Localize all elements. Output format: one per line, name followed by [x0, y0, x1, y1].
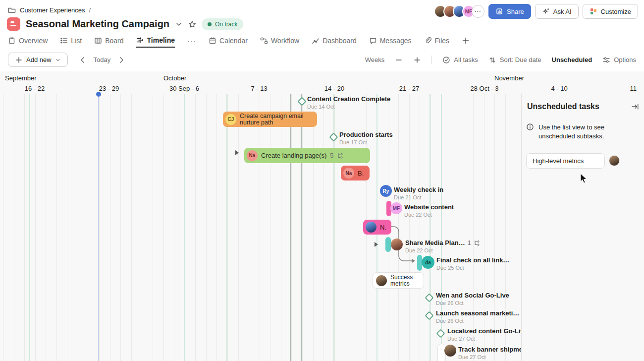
milestone-line	[301, 94, 302, 361]
panel-title: Unscheduled tasks	[527, 102, 599, 111]
chevron-right-icon[interactable]	[117, 56, 125, 64]
sparkle-icon	[542, 7, 550, 15]
board-icon	[94, 37, 102, 45]
unscheduled-task-card[interactable]: High-level metrics	[526, 153, 605, 169]
task-final-check[interactable]: Final check on all link… Due 25 Oct	[436, 256, 509, 271]
milestone-launch-seasonal[interactable]: Launch seasonal marketi… Due 26 Oct	[436, 309, 519, 324]
milestone-wen-social[interactable]: Wen and Social Go-Live Due 26 Oct	[436, 292, 509, 306]
star-icon[interactable]	[188, 20, 196, 28]
avatar[interactable]: da	[422, 256, 434, 269]
timeline-toolbar: Add new Today Weeks All tasks Sort: Due …	[0, 48, 644, 71]
milestone-line	[184, 94, 185, 361]
task-weekly-check-in[interactable]: Weekly check in Due 21 Oct	[394, 186, 443, 200]
chevron-left-icon[interactable]	[79, 56, 87, 64]
avatar: Na	[343, 168, 354, 179]
task-bar-n[interactable]: N.	[363, 220, 391, 235]
week-label: 30 Sep - 6	[169, 85, 199, 92]
avatar[interactable]: Ry	[380, 185, 392, 197]
month-label: November	[494, 74, 524, 82]
project-icon	[7, 17, 20, 31]
subtask-icon	[337, 153, 343, 159]
chevron-down-icon[interactable]	[175, 20, 183, 28]
avatar[interactable]	[444, 345, 456, 357]
month-label: October	[163, 74, 186, 82]
milestone-production-starts[interactable]: Production starts Due 17 Oct	[339, 131, 393, 145]
task-bar-share-media[interactable]	[385, 237, 391, 252]
tab-files[interactable]: Files	[424, 34, 450, 48]
status-dot-icon	[208, 22, 212, 26]
share-icon	[495, 7, 503, 15]
milestone-line	[429, 94, 430, 361]
plus-icon	[15, 56, 23, 64]
expand-arrow-icon[interactable]	[235, 150, 239, 155]
week-label: 14 - 20	[324, 85, 344, 92]
chevron-down-icon	[55, 57, 61, 63]
info-icon	[526, 123, 534, 131]
avatar-overflow-button[interactable]: ···	[472, 5, 484, 18]
task-share-media-plan[interactable]: Share Media Plan… 1 Due 22 Oct	[405, 239, 480, 253]
add-new-button[interactable]: Add new	[8, 53, 68, 67]
task-card-success-metrics[interactable]: Success metrics	[373, 272, 424, 289]
week-label: 28 Oct - 3	[470, 85, 498, 92]
task-bar-label: Create campaign email nurture path	[240, 113, 304, 126]
panel-info: Use the list view to see unscheduled sub…	[526, 123, 625, 141]
tab-board[interactable]: Board	[94, 34, 123, 48]
subtask-icon	[474, 240, 480, 246]
today-marker-icon[interactable]	[96, 92, 101, 97]
folder-icon	[8, 6, 16, 14]
tab-list[interactable]: List	[60, 34, 82, 48]
breadcrumb-project[interactable]: Customer Experiences	[20, 6, 85, 14]
customize-grid-icon	[590, 7, 597, 15]
tab-dashboard[interactable]: Dashboard	[312, 34, 357, 48]
milestone-content-creation[interactable]: Content Creation Complete Due 14 Oct	[307, 95, 390, 110]
avatar[interactable]: MF	[390, 202, 402, 214]
sliders-icon	[602, 56, 610, 64]
task-bar-label: B.	[358, 170, 364, 177]
task-bar-b[interactable]: Na B.	[341, 166, 370, 180]
calendar-icon	[209, 37, 216, 45]
add-tab-icon[interactable]	[462, 37, 470, 45]
milestone-line	[29, 94, 30, 361]
paperclip-icon	[424, 37, 432, 45]
all-tasks-filter[interactable]: All tasks	[442, 56, 478, 64]
milestone-line	[290, 94, 291, 361]
collapse-panel-icon[interactable]	[631, 103, 639, 111]
share-button[interactable]: Share	[488, 4, 531, 19]
week-label: 21 - 27	[399, 85, 419, 92]
tab-timeline[interactable]: Timeline	[136, 34, 175, 48]
status-badge[interactable]: On track	[202, 18, 243, 30]
check-circle-icon	[442, 56, 450, 64]
expand-arrow-icon[interactable]	[375, 242, 378, 247]
tab-calendar[interactable]: Calendar	[209, 34, 248, 48]
task-bar-landing-pages[interactable]: Na Create landing page(s) 5	[244, 148, 370, 163]
week-label: 4 - 10	[551, 85, 567, 92]
task-bar-campaign-email[interactable]: CJ Create campaign email nurture path	[223, 112, 317, 127]
today-button[interactable]: Today	[94, 56, 111, 63]
subtask-count: 1	[468, 239, 471, 246]
task-website-content[interactable]: Website content Due 22 Oct	[404, 203, 454, 218]
today-line	[98, 94, 99, 361]
panel-info-text: Use the list view to see unscheduled sub…	[538, 123, 625, 141]
top-actions: MF ··· Share Ask AI Customize	[434, 4, 638, 19]
breadcrumb-separator: /	[89, 6, 91, 14]
customize-button[interactable]: Customize	[583, 4, 638, 19]
milestone-localized-content[interactable]: Localized content Go-Live!! Due 27 Oct	[447, 327, 532, 342]
tab-overview[interactable]: Overview	[8, 34, 48, 48]
zoom-in-icon[interactable]	[413, 56, 421, 64]
options-button[interactable]: Options	[602, 56, 636, 64]
tab-messages[interactable]: Messages	[369, 34, 412, 48]
avatar[interactable]	[609, 155, 620, 166]
tab-workflow[interactable]: Workflow	[260, 34, 299, 48]
sort-button[interactable]: Sort: Due date	[488, 56, 541, 64]
milestone-line	[226, 94, 227, 361]
date-navigation: Today	[79, 56, 126, 64]
week-label: 16 - 22	[25, 85, 45, 92]
unscheduled-toggle[interactable]: Unscheduled	[552, 56, 592, 63]
ask-ai-button[interactable]: Ask AI	[535, 4, 579, 19]
zoom-level-select[interactable]: Weeks	[365, 56, 385, 63]
tab-more-button[interactable]: ···	[187, 37, 196, 45]
zoom-out-icon[interactable]	[395, 56, 403, 64]
avatar[interactable]	[391, 239, 403, 250]
timeline-canvas[interactable]: September October November 16 - 22 23 - …	[0, 71, 644, 361]
member-avatars[interactable]: MF ···	[434, 5, 484, 18]
